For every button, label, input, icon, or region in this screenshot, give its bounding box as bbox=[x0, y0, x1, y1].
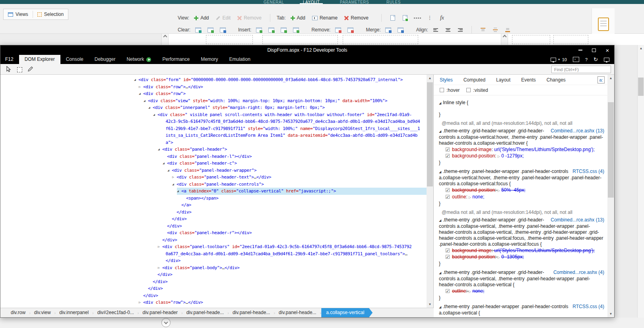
device-emulation-button[interactable]: ▼ 10 bbox=[551, 57, 567, 62]
breadcrumb-item[interactable]: div.panel-heade... bbox=[274, 308, 321, 317]
styles-scrollbar[interactable]: ▲ ▼ bbox=[607, 75, 614, 317]
scroll-up-icon[interactable]: ▲ bbox=[427, 75, 433, 82]
dom-tree-line[interactable]: ◢<div class="view" style="width: 100%; m… bbox=[0, 97, 433, 105]
expand-value-icon[interactable]: ▷ bbox=[469, 290, 471, 293]
expanded-arrow-icon[interactable]: ◢ bbox=[134, 76, 138, 83]
expanded-arrow-icon[interactable]: ◢ bbox=[172, 181, 177, 188]
tab-performance[interactable]: Performance bbox=[157, 55, 195, 64]
dom-tree-line[interactable]: ◢<div class="panel-header"> bbox=[0, 146, 433, 153]
grid-cell[interactable] bbox=[553, 35, 588, 44]
grid-cell[interactable] bbox=[512, 35, 550, 44]
expanded-arrow-icon[interactable]: ◢ bbox=[167, 167, 172, 174]
dom-tree-line[interactable]: ▷<div class="row">…</div> bbox=[0, 83, 433, 91]
breadcrumb-item[interactable]: div.row bbox=[6, 308, 30, 317]
ribbon-tab-rules[interactable]: RULES bbox=[383, 0, 404, 4]
collapsed-arrow-icon[interactable]: ▷ bbox=[139, 299, 143, 306]
devtools-titlebar[interactable]: DispForm.aspx - F12 Developer Tools × bbox=[0, 45, 614, 55]
merge-across-button[interactable] bbox=[384, 25, 393, 34]
pseudo-state-badge[interactable]: a: bbox=[597, 76, 605, 83]
styles-tab-changes[interactable]: Changes bbox=[547, 77, 566, 83]
remove-row-button[interactable] bbox=[345, 25, 355, 34]
dom-tree-line[interactable]: f61-29b9-41e7-bbe7-c9179891f711" style="… bbox=[0, 125, 433, 132]
expanded-arrow-icon[interactable]: ◢ bbox=[163, 160, 167, 167]
dom-tree-line[interactable]: ▷<div class="row">…</div> bbox=[0, 299, 433, 306]
dom-tree-line[interactable]: </div> bbox=[0, 285, 433, 292]
property-checkbox[interactable] bbox=[446, 148, 450, 151]
dom-tree-scrollbar[interactable]: ▲ ▼ bbox=[427, 75, 433, 308]
dom-tree-line[interactable]: ◢<div class="row"> bbox=[0, 90, 433, 97]
dom-tree-line[interactable]: </div> bbox=[0, 223, 433, 230]
expanded-arrow-icon[interactable]: ◢ bbox=[439, 169, 443, 175]
scroll-down-icon[interactable]: ▼ bbox=[427, 301, 433, 308]
pseudo-checkbox[interactable] bbox=[466, 88, 471, 92]
css-property[interactable]: background-image: url('Styles/Themes/Lit… bbox=[439, 248, 604, 254]
scroll-down-button[interactable] bbox=[161, 318, 171, 327]
panel-button[interactable] bbox=[388, 14, 398, 22]
css-source-link[interactable]: RTCSS.css (4) bbox=[572, 304, 604, 310]
dom-tree-line[interactable]: 0a677_de4cc3aa-abfd-d0b1-dd09-e34d17cad4… bbox=[0, 250, 433, 258]
dom-tree-line[interactable]: </div> bbox=[0, 257, 433, 264]
ribbon-tab-general[interactable]: GENERAL bbox=[260, 0, 287, 4]
dom-tree-line[interactable]: <span></span> bbox=[0, 195, 433, 202]
align-center-button[interactable] bbox=[443, 25, 453, 34]
pseudo-toggle--hover[interactable]: :hover bbox=[440, 87, 460, 93]
css-source-link[interactable]: Combined...rce.ashx (13) bbox=[551, 128, 604, 134]
tab-add-button[interactable]: Add bbox=[289, 14, 307, 21]
property-checkbox[interactable] bbox=[446, 188, 450, 192]
breadcrumb-item[interactable]: div.innerpanel bbox=[54, 308, 93, 317]
property-checkbox[interactable] bbox=[446, 248, 450, 252]
view-edit-button[interactable]: Edit bbox=[214, 14, 233, 21]
dom-tree-line[interactable]: </div> bbox=[0, 237, 433, 244]
property-checkbox[interactable] bbox=[446, 154, 450, 158]
dom-tree-line[interactable]: ◢<div class="innerpanel" style="margin-r… bbox=[0, 104, 433, 111]
align-left-button[interactable] bbox=[431, 25, 440, 34]
breadcrumb-item[interactable]: div.panel-header bbox=[138, 308, 183, 317]
refresh-icon[interactable]: ↻ bbox=[594, 57, 598, 62]
grid-cell[interactable] bbox=[206, 35, 253, 44]
css-property[interactable]: background-position: ▷0 -1279px; bbox=[439, 153, 604, 159]
kebab-menu-button[interactable]: ⋮ bbox=[425, 14, 435, 22]
dom-tree-line[interactable]: </a> bbox=[0, 202, 433, 209]
scroll-up-icon[interactable]: ▲ bbox=[638, 45, 644, 52]
expand-value-icon[interactable]: ▷ bbox=[469, 196, 471, 199]
ribbon-tab-parameters[interactable]: PARAMETERS bbox=[337, 0, 372, 4]
css-source-link[interactable]: Combined...rce.ashx (13) bbox=[551, 217, 604, 223]
dom-tree-line[interactable]: </div> bbox=[0, 271, 433, 278]
insert-row-below-button[interactable] bbox=[291, 25, 301, 34]
minimize-button[interactable] bbox=[574, 45, 587, 55]
css-property[interactable]: background-position: ▷0 -1305px; bbox=[439, 254, 604, 260]
tab-console[interactable]: Console bbox=[60, 55, 89, 64]
rule-selector[interactable]: Combined...rce.ashx (13)◢.theme-entry .g… bbox=[439, 217, 604, 247]
breadcrumb-item[interactable]: div.panel-heade... bbox=[228, 308, 275, 317]
grid-cell[interactable] bbox=[343, 35, 418, 44]
align-right-button[interactable] bbox=[456, 25, 465, 34]
expand-value-icon[interactable]: ▷ bbox=[498, 155, 500, 158]
dom-tree-line[interactable]: ◢<a tabindex="0" class="collapse-vertica… bbox=[0, 188, 433, 195]
more-options-button[interactable] bbox=[413, 14, 422, 22]
pseudo-toggle--visited[interactable]: :visited bbox=[466, 87, 488, 93]
rule-selector[interactable]: ◢Inline style { bbox=[439, 100, 604, 106]
view-remove-button[interactable]: Remove bbox=[235, 14, 264, 21]
scrollbar-thumb[interactable] bbox=[638, 78, 644, 96]
help-button[interactable]: ? bbox=[585, 57, 588, 62]
tab-rename-button[interactable]: Rename bbox=[310, 14, 339, 21]
insert-column-right-button[interactable] bbox=[266, 25, 276, 34]
find-input[interactable] bbox=[551, 66, 611, 73]
color-picker-button[interactable] bbox=[27, 66, 33, 74]
collapsed-arrow-icon[interactable]: ▷ bbox=[139, 83, 143, 91]
pseudo-checkbox[interactable] bbox=[440, 88, 444, 92]
styles-tab-computed[interactable]: Computed bbox=[464, 77, 485, 83]
breadcrumb-item[interactable]: div#2eec1fad-0... bbox=[93, 308, 139, 317]
styles-tab-events[interactable]: Events bbox=[521, 77, 536, 83]
css-source-link[interactable]: Combined...rce.ashx (4) bbox=[553, 270, 604, 276]
expanded-arrow-icon[interactable]: ◢ bbox=[439, 270, 443, 276]
scroll-up-button[interactable] bbox=[161, 34, 169, 45]
expand-value-icon[interactable]: ▷ bbox=[498, 256, 500, 259]
dom-tree-line[interactable]: a"> bbox=[0, 139, 433, 146]
view-add-button[interactable]: Add bbox=[192, 14, 211, 21]
expanded-arrow-icon[interactable]: ◢ bbox=[439, 217, 443, 223]
styles-tab-styles[interactable]: Styles bbox=[440, 77, 453, 83]
select-element-button[interactable] bbox=[5, 66, 12, 74]
property-checkbox[interactable] bbox=[446, 255, 450, 259]
dom-tree-line[interactable]: ◢<div class=" visible panel scroll-conte… bbox=[0, 111, 433, 118]
